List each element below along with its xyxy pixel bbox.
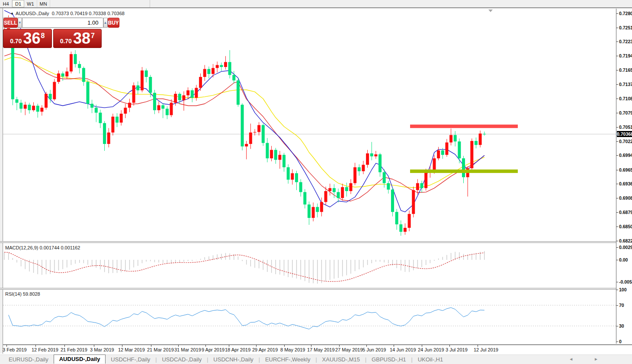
price-tick-tick: [616, 141, 618, 142]
date-label: 31 Mar 2019: [174, 347, 201, 352]
macd-tick-tick: [616, 247, 618, 248]
rsi-tick-label: 70: [619, 303, 624, 308]
date-tick: [394, 345, 394, 347]
trading-terminal: H4D1W1MN ▲AUDUSD-,Daily 0.70373 0.70419 …: [0, 0, 632, 364]
date-label: 21 Feb 2019: [61, 347, 87, 352]
one-click-trading-widget: SELL ▼ ▲ BUY 0.70 36 8 0.70 38 7: [3, 17, 102, 48]
date-tick: [178, 345, 179, 347]
tab-usdchf-daily[interactable]: USDCHF-,Daily: [106, 356, 155, 363]
price-tick-label: 0.69940: [619, 153, 632, 158]
timeframe-button-w1[interactable]: W1: [24, 0, 37, 7]
buy-price-pips: 38: [73, 31, 90, 46]
volume-increase-button[interactable]: ▲: [103, 18, 108, 28]
price-tick-tick: [616, 241, 618, 241]
volume-input[interactable]: [22, 18, 103, 28]
rsi-tick-label: 0: [619, 339, 622, 344]
price-tick-label: 0.68505: [619, 224, 632, 229]
timeframe-button-mn[interactable]: MN: [37, 0, 50, 7]
buy-button[interactable]: BUY: [108, 18, 119, 28]
macd-indicator-label: MACD(12,26,9) 0.001744 0.001162: [5, 245, 80, 250]
chart-shift-marker-icon[interactable]: [488, 10, 493, 12]
price-tick-tick: [616, 42, 618, 42]
tab-scroll-right-icon[interactable]: ►: [594, 357, 598, 361]
price-tick-tick: [616, 99, 618, 99]
date-label: 18 Apr 2019: [225, 347, 250, 352]
date-label: 3 Jul 2019: [446, 347, 468, 352]
sell-price-point: 8: [41, 32, 45, 40]
timeframe-toolbar: H4D1W1MN: [0, 0, 632, 8]
price-tick-label: 0.69080: [619, 195, 632, 201]
price-tick-tick: [616, 184, 618, 184]
date-label: 29 Apr 2019: [252, 347, 278, 352]
date-tick: [205, 345, 206, 347]
tab-usdcad-daily[interactable]: USDCAD-,Daily: [157, 356, 207, 363]
chart-title: ▲AUDUSD-,Daily 0.70373 0.70419 0.70338 0…: [10, 11, 125, 16]
price-tick-tick: [616, 113, 618, 113]
support-line: [410, 169, 518, 173]
volume-decrease-button[interactable]: ▼: [18, 18, 22, 28]
date-label: 24 Jun 2019: [418, 347, 444, 352]
chart-tab-bar: EURUSD-,DailyAUDUSD-,DailyUSDCHF-,Daily|…: [0, 354, 632, 364]
price-tick-tick: [616, 212, 618, 213]
rsi-line: [9, 308, 484, 329]
date-tick: [151, 345, 151, 347]
toolbar-separator: [150, 0, 150, 7]
date-label: 3 Feb 2019: [3, 347, 27, 352]
buy-price-display[interactable]: 0.70 38 7: [53, 29, 102, 48]
rsi-tick-label: 100: [619, 287, 627, 292]
rsi-tick-tick: [616, 326, 618, 326]
one-click-panel-toggle-icon[interactable]: ▲: [10, 11, 14, 15]
date-tick: [6, 345, 7, 347]
date-label: 9 Apr 2019: [202, 347, 225, 352]
price-tick-tick: [616, 56, 618, 56]
tab-ukoil-h1[interactable]: UKOil-,H1: [413, 356, 449, 363]
rsi-tick-tick: [616, 290, 618, 290]
date-tick: [122, 345, 122, 347]
tab-eurusd-daily[interactable]: EURUSD-,Daily: [3, 356, 54, 363]
sell-price-prefix: 0.70: [10, 38, 22, 45]
tab-eurchf-weekly[interactable]: EURCHF-,Weekly: [260, 356, 316, 363]
price-tick-tick: [616, 13, 618, 14]
price-tick-label: 0.68220: [619, 238, 632, 243]
price-tick-tick: [616, 227, 618, 227]
timeframe-button-h4[interactable]: H4: [0, 0, 12, 7]
chart-symbol-label: AUDUSD-,Daily: [16, 11, 49, 16]
rsi-tick-tick: [616, 305, 618, 306]
date-label: 8 May 2019: [280, 347, 305, 352]
price-tick-label: 0.69650: [619, 167, 632, 172]
date-tick: [422, 345, 422, 347]
timeframe-button-d1[interactable]: D1: [12, 0, 24, 7]
tab-audusd-daily[interactable]: AUDUSD-,Daily: [54, 354, 106, 364]
rsi-chart-canvas[interactable]: [3, 290, 616, 344]
chevron-down-icon: ▼: [18, 21, 22, 25]
date-tick: [449, 345, 450, 347]
date-label: 17 May 2019: [307, 347, 335, 352]
macd-chart-canvas[interactable]: [3, 243, 616, 288]
current-price-badge: 0.70368: [617, 131, 632, 137]
price-tick-label: 0.70225: [619, 139, 632, 144]
price-axis[interactable]: 0.70368 0.728000.725150.722300.719450.71…: [616, 9, 632, 344]
sell-button[interactable]: SELL: [3, 18, 18, 28]
date-tick: [256, 345, 257, 347]
price-tick-tick: [616, 198, 618, 198]
date-tick: [478, 345, 478, 347]
date-tick: [284, 345, 285, 347]
macd-tick-label: 0.00: [619, 257, 628, 262]
tab-scroll-left-icon[interactable]: ◄: [569, 357, 573, 361]
price-tick-tick: [616, 127, 618, 128]
price-tick-label: 0.68795: [619, 210, 632, 215]
tab-xauusd-m15[interactable]: XAUUSD-,M15: [317, 356, 365, 363]
resistance-line: [410, 125, 518, 128]
rsi-tick-tick: [616, 342, 618, 342]
price-tick-label: 0.72515: [619, 25, 632, 30]
tab-usdcnh-daily[interactable]: USDCNH-,Daily: [208, 356, 258, 363]
price-tick-label: 0.69365: [619, 181, 632, 186]
date-axis[interactable]: 3 Feb 201912 Feb 201921 Feb 20193 Mar 20…: [3, 345, 632, 354]
price-tick-tick: [616, 84, 618, 85]
sell-price-display[interactable]: 0.70 36 8: [3, 29, 52, 48]
tab-gbpusd-h1[interactable]: GBPUSD-,H1: [366, 356, 411, 363]
date-tick: [35, 345, 36, 347]
date-tick: [366, 345, 367, 347]
sell-price-pips: 36: [23, 31, 40, 46]
chart-ohlc-values: 0.70373 0.70419 0.70338 0.70368: [52, 11, 125, 16]
